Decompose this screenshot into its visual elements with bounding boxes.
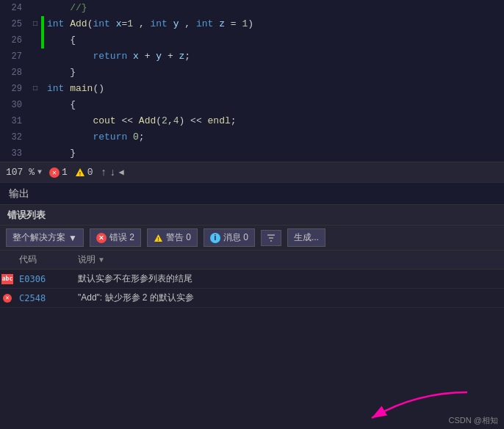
line-marker-29: □ xyxy=(29,81,41,97)
row-icon-C2548: ✕ xyxy=(0,294,15,303)
error-table-wrapper: 代码 说明 ▼ abc E0306 默认实参不在形参列表的结尾 ✕ C25 xyxy=(0,250,504,429)
scope-dropdown-arrow: ▼ xyxy=(68,233,77,243)
line-number-25: 25 xyxy=(0,16,29,32)
line-number-28: 28 xyxy=(0,65,29,81)
code-content-32: return 0; xyxy=(44,129,145,145)
code-content-25: int Add(int x=1 , int y , int z = 1) xyxy=(44,16,253,32)
svg-text:!: ! xyxy=(157,237,159,242)
scope-dropdown[interactable]: 整个解决方案 ▼ xyxy=(6,228,84,247)
error-btn-label: 错误 2 xyxy=(109,231,134,244)
line-marker-25: □ xyxy=(29,16,41,32)
code-content-27: return x + y + z; xyxy=(44,48,190,65)
collapse-arrow[interactable]: ◀ xyxy=(118,167,123,178)
code-line-27: 27 return x + y + z; xyxy=(0,48,504,65)
sort-icon: ▼ xyxy=(98,256,105,264)
col-header-desc[interactable]: 说明 ▼ xyxy=(73,253,504,266)
zoom-level[interactable]: 107 % ▼ xyxy=(6,167,42,178)
code-line-32: 32 return 0; xyxy=(0,129,504,145)
code-line-31: 31 cout << Add(2,4) << endl; xyxy=(0,113,504,129)
code-content-29: int main() xyxy=(44,81,104,97)
code-line-33: 33 } xyxy=(0,145,504,162)
generate-btn-label: 生成... xyxy=(294,232,319,242)
code-editor: 24 //} 25 □ int Add(int x=1 , int y , in… xyxy=(0,0,504,162)
line-number-26: 26 xyxy=(0,32,29,48)
nav-down-arrow[interactable]: ↓ xyxy=(109,167,115,179)
fold-icon-29[interactable]: □ xyxy=(33,81,37,97)
error-count: 1 xyxy=(62,167,68,178)
zoom-value: 107 % xyxy=(6,167,35,178)
error-icon: ✕ xyxy=(49,167,60,178)
filter-btn[interactable] xyxy=(261,230,281,246)
error-desc-E0306: 默认实参不在形参列表的结尾 xyxy=(73,273,504,285)
generate-btn[interactable]: 生成... xyxy=(287,228,325,247)
code-line-29: 29 □ int main() xyxy=(0,81,504,97)
error-btn-icon: ✕ xyxy=(96,233,107,243)
warning-btn-label: 警告 0 xyxy=(166,231,191,244)
col-desc-label: 说明 xyxy=(78,253,96,266)
abc-error-icon-E0306: abc xyxy=(1,274,13,284)
watermark: CSDN @相知 xyxy=(449,415,498,426)
error-dot-icon-C2548: ✕ xyxy=(3,294,12,303)
error-code-C2548: C2548 xyxy=(15,293,73,303)
code-line-24: 24 //} xyxy=(0,0,504,16)
warning-filter-btn[interactable]: ! 警告 0 xyxy=(147,228,198,247)
error-list-toolbar: 整个解决方案 ▼ ✕ 错误 2 ! 警告 0 i 消息 0 生 xyxy=(0,226,504,250)
line-number-30: 30 xyxy=(0,97,29,113)
error-list-container: 错误列表 整个解决方案 ▼ ✕ 错误 2 ! 警告 0 i 消息 0 xyxy=(0,204,504,429)
error-code-E0306: E0306 xyxy=(15,274,73,284)
error-list-title: 错误列表 xyxy=(7,209,46,222)
output-section: 输出 xyxy=(0,182,504,204)
table-header: 代码 说明 ▼ xyxy=(0,250,504,270)
scope-label: 整个解决方案 xyxy=(12,231,65,244)
code-content-24: //} xyxy=(44,0,87,16)
error-list-header: 错误列表 xyxy=(0,205,504,226)
warning-triangle-icon: ! xyxy=(75,167,85,177)
info-filter-btn[interactable]: i 消息 0 xyxy=(204,228,255,247)
status-bar: 107 % ▼ ✕ 1 ! 0 ↑ ↓ ◀ xyxy=(0,162,504,182)
error-badge: ✕ 1 xyxy=(49,167,68,178)
line-number-29: 29 xyxy=(0,81,29,97)
svg-text:!: ! xyxy=(78,170,82,177)
line-number-32: 32 xyxy=(0,129,29,145)
error-table: abc E0306 默认实参不在形参列表的结尾 ✕ C2548 "Add": 缺… xyxy=(0,270,504,308)
code-line-30: 30 { xyxy=(0,97,504,113)
filter-icon xyxy=(266,233,276,243)
error-row-E0306[interactable]: abc E0306 默认实参不在形参列表的结尾 xyxy=(0,270,504,289)
line-number-31: 31 xyxy=(0,113,29,129)
line-number-24: 24 xyxy=(0,0,29,16)
code-line-25: 25 □ int Add(int x=1 , int y , int z = 1… xyxy=(0,16,504,32)
error-row-C2548[interactable]: ✕ C2548 "Add": 缺少形参 2 的默认实参 xyxy=(0,289,504,308)
line-number-33: 33 xyxy=(0,145,29,162)
row-icon-E0306: abc xyxy=(0,274,15,284)
code-content-31: cout << Add(2,4) << endl; xyxy=(44,113,237,129)
code-line-28: 28 } xyxy=(0,65,504,81)
warning-badge: ! 0 xyxy=(75,167,93,178)
warning-count: 0 xyxy=(87,167,93,178)
col-code-label: 代码 xyxy=(19,253,37,266)
line-number-27: 27 xyxy=(0,48,29,65)
zoom-dropdown-arrow[interactable]: ▼ xyxy=(37,168,42,176)
warning-btn-icon: ! xyxy=(154,234,163,242)
code-content-28: } xyxy=(44,65,76,81)
info-btn-label: 消息 0 xyxy=(223,231,248,244)
error-desc-C2548: "Add": 缺少形参 2 的默认实参 xyxy=(73,292,504,304)
error-filter-btn[interactable]: ✕ 错误 2 xyxy=(90,228,141,247)
info-btn-icon: i xyxy=(210,233,220,243)
code-line-26: 26 { xyxy=(0,32,504,48)
nav-arrows: ↑ ↓ ◀ xyxy=(101,167,124,179)
code-content-26: { xyxy=(44,32,76,48)
output-label: 输出 xyxy=(9,187,29,201)
code-content-30: { xyxy=(44,97,76,113)
nav-up-arrow[interactable]: ↑ xyxy=(101,167,107,179)
col-header-code[interactable]: 代码 xyxy=(15,253,73,266)
fold-icon-25[interactable]: □ xyxy=(33,16,37,32)
code-content-33: } xyxy=(44,145,76,162)
